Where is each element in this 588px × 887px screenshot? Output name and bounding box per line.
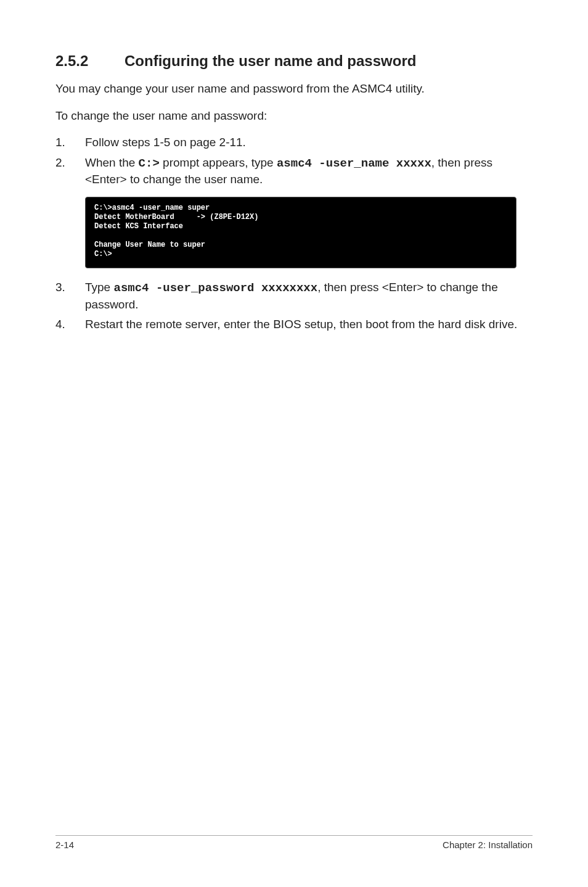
step-text-fragment: When the — [85, 156, 139, 169]
step-number: 3. — [55, 279, 85, 313]
step-3: 3. Type asmc4 -user_password xxxxxxxx, t… — [55, 279, 533, 313]
terminal-output: C:\>asmc4 -user_name super Detect Mother… — [94, 204, 507, 259]
step-1: 1. Follow steps 1-5 on page 2-11. — [55, 134, 533, 151]
step-number: 2. — [55, 155, 85, 188]
section-title-text: Configuring the user name and password — [125, 52, 416, 70]
steps-list-b: 3. Type asmc4 -user_password xxxxxxxx, t… — [55, 279, 533, 333]
intro-paragraph-2: To change the user name and password: — [55, 108, 533, 124]
step-text-fragment: prompt appears, type — [160, 156, 277, 169]
section-heading: 2.5.2 Configuring the user name and pass… — [55, 52, 533, 70]
step-number: 1. — [55, 134, 85, 151]
page-number: 2-14 — [55, 840, 74, 850]
step-text: Restart the remote server, enter the BIO… — [85, 316, 533, 333]
terminal-window: C:\>asmc4 -user_name super Detect Mother… — [85, 197, 517, 268]
inline-code: C:> — [139, 157, 160, 170]
step-number: 4. — [55, 316, 85, 333]
step-text: When the C:> prompt appears, type asmc4 … — [85, 155, 533, 188]
intro-paragraph-1: You may change your user name and passwo… — [55, 81, 533, 97]
inline-code: asmc4 -user_password xxxxxxxx — [113, 281, 317, 295]
step-text: Type asmc4 -user_password xxxxxxxx, then… — [85, 279, 533, 313]
page-footer: 2-14 Chapter 2: Installation — [55, 835, 533, 850]
inline-code: asmc4 -user_name xxxxx — [277, 157, 431, 170]
step-text: Follow steps 1-5 on page 2-11. — [85, 134, 533, 151]
step-text-fragment: Type — [85, 281, 113, 294]
steps-list-a: 1. Follow steps 1-5 on page 2-11. 2. Whe… — [55, 134, 533, 188]
step-2: 2. When the C:> prompt appears, type asm… — [55, 155, 533, 188]
step-4: 4. Restart the remote server, enter the … — [55, 316, 533, 333]
section-number: 2.5.2 — [55, 52, 125, 70]
chapter-label: Chapter 2: Installation — [443, 840, 533, 850]
